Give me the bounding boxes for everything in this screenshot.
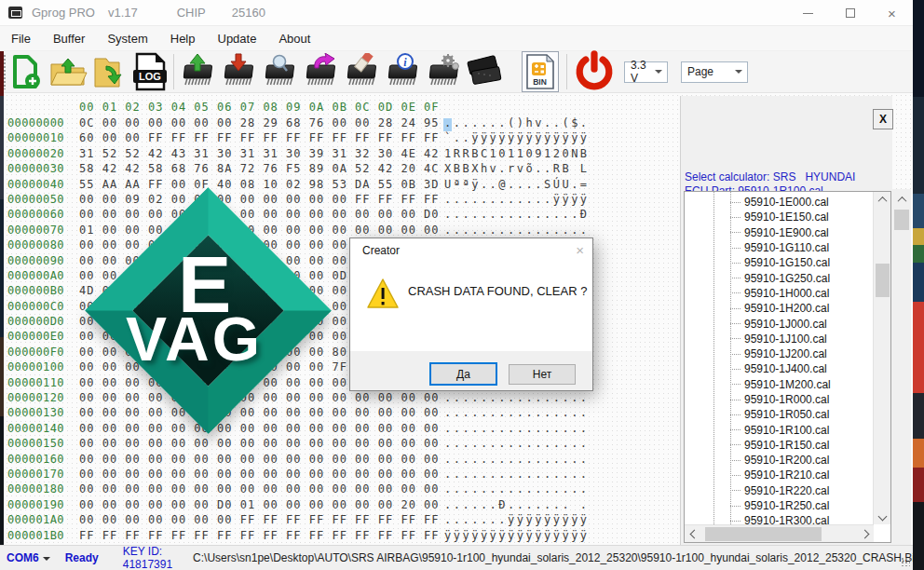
hex-bytes[interactable]: 00 00 00 00 00 00 00 00 00 00 00 00 00 0… <box>79 436 444 451</box>
hex-bytes[interactable]: 0C 00 00 00 00 00 00 28 29 68 76 00 00 2… <box>79 115 444 130</box>
hex-ascii[interactable]: Uªªÿ..@....SÚU.= <box>444 177 590 192</box>
hex-ascii[interactable]: .......()hv..($. <box>444 115 590 130</box>
file-tree-item[interactable]: 95910-1G150.cal <box>685 255 831 270</box>
hex-row[interactable]: 00000190 00 00 00 00 00 00 D0 01 00 00 0… <box>7 497 590 512</box>
hex-ascii[interactable]: .......ÿÿÿÿÿÿÿÿÿ <box>444 512 590 527</box>
file-tree-item[interactable]: 95910-1R200.cal <box>685 453 831 468</box>
hex-row[interactable]: 00000120 00 00 00 00 00 00 00 00 00 00 0… <box>7 390 590 405</box>
hex-bytes[interactable]: 00 00 00 00 00 00 00 00 00 00 00 00 00 0… <box>79 482 444 496</box>
hex-row[interactable]: 00000030 58 42 42 58 68 76 8A 72 76 F5 8… <box>7 161 590 176</box>
file-tree-item[interactable]: 95910-1E150.cal <box>685 210 831 224</box>
hex-bytes[interactable]: 00 00 09 02 00 00 00 00 00 00 00 00 FF F… <box>79 192 444 207</box>
chip-stack-button[interactable] <box>464 51 505 92</box>
hex-bytes[interactable]: 00 00 00 00 00 00 00 00 00 00 00 00 00 0… <box>79 452 444 467</box>
hex-bytes[interactable]: 00 00 00 00 00 00 00 00 00 00 00 00 00 0… <box>79 467 444 482</box>
hex-bytes[interactable]: 00 00 00 00 00 00 D0 01 00 00 00 00 00 0… <box>79 497 444 512</box>
com-port[interactable]: COM6 <box>7 551 39 564</box>
hex-row[interactable]: 00000060 00 00 00 00 00 00 00 00 00 00 0… <box>7 207 590 222</box>
hex-ascii[interactable]: ................ <box>444 405 590 420</box>
log-file-button[interactable]: LOG <box>129 51 170 92</box>
hex-bytes[interactable]: 00 00 00 00 00 00 00 00 00 00 00 00 00 0… <box>79 207 444 222</box>
hex-row[interactable]: 00000070 01 00 00 00 00 00 00 00 00 00 0… <box>7 223 590 238</box>
vscroll-thumb[interactable] <box>876 264 890 297</box>
file-list[interactable]: 95910-1E000.cal95910-1E150.cal95910-1E90… <box>685 192 874 524</box>
menu-item[interactable]: Help <box>159 27 207 50</box>
hex-bytes[interactable]: FF FF FF FF FF FF FF FF FF FF FF FF FF F… <box>79 528 444 543</box>
yes-button[interactable]: Да <box>429 362 497 386</box>
hex-ascii[interactable]: ................ <box>444 421 590 436</box>
hex-ascii[interactable]: ................ <box>444 223 590 238</box>
open-file-button[interactable] <box>48 51 88 92</box>
panel-close-button[interactable]: X <box>873 109 893 129</box>
panel-vscrollbar[interactable] <box>892 189 911 545</box>
hex-ascii[interactable]: `..ÿÿÿÿÿÿÿÿÿÿÿÿÿ <box>444 130 590 145</box>
file-tree-item[interactable]: 95910-1R210.cal <box>685 468 831 482</box>
menu-item[interactable]: About <box>267 27 321 50</box>
copy-chip-button[interactable] <box>300 51 341 92</box>
file-tree-item[interactable]: 95910-1E000.cal <box>685 195 831 210</box>
write-chip-button[interactable] <box>218 51 259 92</box>
hex-ascii[interactable]: ......Ð....... . <box>444 497 590 512</box>
hex-ascii[interactable]: XBBXhv.rvõ..RB L <box>444 161 590 176</box>
hex-ascii[interactable]: ................ <box>444 467 590 482</box>
hex-row[interactable]: 00000040 55 AA AA FF 00 0F 40 08 10 02 9… <box>7 177 590 192</box>
chip-settings-button[interactable] <box>423 51 464 92</box>
file-tree-item[interactable]: 95910-1J000.cal <box>685 316 831 331</box>
file-tree-item[interactable]: 95910-1J200.cal <box>685 346 831 361</box>
file-tree-item[interactable]: 95910-1R050.cal <box>685 407 831 422</box>
hex-row[interactable]: 000001A0 00 00 00 00 00 00 00 FF FF FF F… <box>7 512 590 527</box>
scroll-down-button[interactable] <box>874 509 891 524</box>
hex-row[interactable]: 00000000 0C 00 00 00 00 00 00 28 29 68 7… <box>7 115 590 130</box>
file-tree-item[interactable]: 95910-1H200.cal <box>685 301 831 316</box>
hex-bytes[interactable]: 00 00 00 00 00 00 00 00 00 00 00 00 00 0… <box>79 421 444 436</box>
hex-ascii[interactable]: ................ <box>444 390 590 405</box>
page-mode-select[interactable]: Page <box>681 61 748 83</box>
file-tree-item[interactable]: 95910-1R220.cal <box>685 483 831 498</box>
scroll-up-button[interactable] <box>874 192 891 208</box>
file-tree-item[interactable]: 95910-1R150.cal <box>685 438 831 453</box>
chip-info-button[interactable]: i <box>382 51 423 92</box>
hex-ascii[interactable]: ................ <box>444 452 590 467</box>
power-button[interactable] <box>570 51 618 92</box>
hscroll-thumb[interactable] <box>705 527 822 541</box>
hex-row[interactable]: 00000010 60 00 00 FF FF FF FF FF FF FF F… <box>7 130 590 145</box>
import-file-button[interactable] <box>88 51 129 92</box>
maximize-button[interactable] <box>829 0 871 26</box>
file-tree-item[interactable]: 95910-1R250.cal <box>685 498 831 513</box>
hex-row[interactable]: 00000020 31 52 52 42 43 31 30 31 31 30 3… <box>7 146 590 161</box>
no-button[interactable]: Нет <box>509 364 576 385</box>
hex-bytes[interactable]: 55 AA AA FF 00 0F 40 08 10 02 98 53 DA 5… <box>79 177 444 192</box>
voltage-select[interactable]: 3.3 V <box>624 61 668 83</box>
file-tree-item[interactable]: 95910-1G250.cal <box>685 270 831 285</box>
hex-bytes[interactable]: 60 00 00 FF FF FF FF FF FF FF FF FF FF F… <box>79 130 444 145</box>
vscroll-thumb[interactable] <box>894 210 909 230</box>
minimize-button[interactable] <box>787 0 829 26</box>
file-tree-item[interactable]: 95910-1R300.cal <box>685 513 831 524</box>
hex-row[interactable]: 00000130 00 00 00 00 00 00 00 00 00 00 0… <box>7 405 590 420</box>
hex-row[interactable]: 00000170 00 00 00 00 00 00 00 00 00 00 0… <box>7 467 590 482</box>
hex-row[interactable]: 00000150 00 00 00 00 00 00 00 00 00 00 0… <box>7 436 590 451</box>
file-tree-item[interactable]: 95910-1E900.cal <box>685 225 831 240</box>
hex-row[interactable]: 00000180 00 00 00 00 00 00 00 00 00 00 0… <box>7 482 590 496</box>
chevron-down-icon[interactable] <box>43 557 50 564</box>
menu-item[interactable]: System <box>96 27 158 50</box>
scroll-up-button[interactable] <box>892 191 911 208</box>
scroll-right-button[interactable] <box>855 525 874 543</box>
menu-item[interactable]: Buffer <box>42 27 96 50</box>
file-tree-item[interactable]: 95910-1J100.cal <box>685 332 831 346</box>
hex-ascii[interactable]: ................ <box>444 436 590 451</box>
hex-row[interactable]: 00000050 00 00 09 02 00 00 00 00 00 00 0… <box>7 192 590 207</box>
close-button[interactable]: × <box>871 0 913 26</box>
hex-ascii[interactable]: 1RRBC101109120NB <box>444 146 590 161</box>
menu-item[interactable]: Update <box>207 27 268 50</box>
resize-grip[interactable] <box>901 557 910 566</box>
hex-ascii[interactable]: ...............Ð <box>444 207 590 222</box>
hex-bytes[interactable]: 00 00 00 00 00 00 00 00 00 00 00 00 00 0… <box>79 405 444 420</box>
file-tree-item[interactable]: 95910-1G110.cal <box>685 240 831 255</box>
hex-bytes[interactable]: 00 00 00 00 00 00 00 FF FF FF FF FF FF F… <box>79 512 444 527</box>
file-tree-item[interactable]: 95910-1R100.cal <box>685 422 831 437</box>
hex-row[interactable]: 000001B0 FF FF FF FF FF FF FF FF FF FF F… <box>7 528 590 543</box>
file-tree-item[interactable]: 95910-1H000.cal <box>685 286 831 301</box>
file-tree-item[interactable]: 95910-1M200.cal <box>685 377 831 392</box>
hex-row[interactable]: 00000140 00 00 00 00 00 00 00 00 00 00 0… <box>7 421 590 436</box>
